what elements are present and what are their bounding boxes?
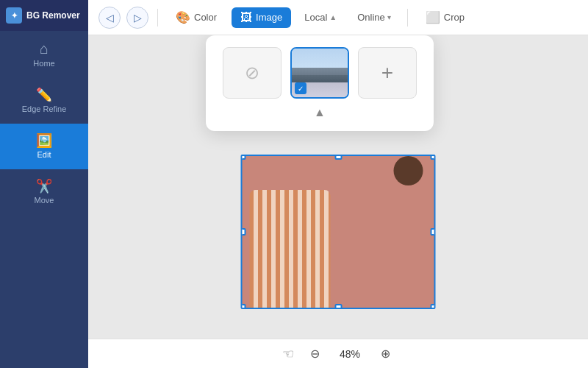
online-arrow-icon: ▾ bbox=[387, 13, 391, 21]
color-button[interactable]: 🎨 Color bbox=[167, 7, 226, 28]
canvas-image-container bbox=[241, 155, 436, 309]
person-dress bbox=[250, 190, 331, 308]
toolbar-divider-2 bbox=[407, 9, 408, 26]
sidebar-item-move[interactable]: ✂️ Move bbox=[0, 169, 88, 215]
edge-refine-icon: ✏️ bbox=[36, 88, 52, 102]
no-image-icon: ⊘ bbox=[245, 63, 259, 83]
gesture-icon: ☜ bbox=[282, 346, 294, 362]
zoom-value: 48% bbox=[335, 348, 365, 360]
app-title: BG Remover bbox=[26, 10, 80, 21]
forward-button[interactable]: ▷ bbox=[126, 7, 148, 29]
color-icon: 🎨 bbox=[176, 10, 190, 24]
zoom-out-button[interactable]: ⊖ bbox=[306, 345, 323, 363]
sidebar-move-label: Move bbox=[35, 196, 54, 205]
sidebar-item-edit[interactable]: 🖼️ Edit bbox=[0, 124, 88, 169]
handle-top-middle[interactable] bbox=[334, 155, 342, 160]
sidebar-header: ✦ BG Remover bbox=[0, 0, 88, 31]
handle-top-right[interactable] bbox=[431, 155, 436, 160]
thumbnail-2[interactable]: ✓ bbox=[290, 47, 349, 99]
handle-bottom-left[interactable] bbox=[241, 304, 246, 309]
status-bar: ☜ ⊖ 48% ⊕ bbox=[88, 339, 588, 368]
handle-middle-left[interactable] bbox=[241, 228, 246, 236]
handle-bottom-right[interactable] bbox=[431, 304, 436, 309]
handle-bottom-middle[interactable] bbox=[334, 304, 342, 309]
online-dropdown[interactable]: Online ▾ bbox=[350, 8, 398, 26]
online-label: Online bbox=[357, 12, 385, 23]
crop-label: Crop bbox=[444, 12, 465, 23]
move-icon: ✂️ bbox=[36, 180, 52, 193]
thumbnail-1[interactable]: ⊘ bbox=[223, 47, 282, 99]
sidebar-edge-refine-label: Edge Refine bbox=[22, 105, 67, 113]
image-button[interactable]: 🖼 Image bbox=[232, 7, 291, 28]
sidebar-edit-label: Edit bbox=[37, 150, 51, 159]
handle-top-left[interactable] bbox=[241, 155, 246, 160]
zoom-out-icon: ⊖ bbox=[310, 347, 320, 361]
sidebar-item-edge-refine[interactable]: ✏️ Edge Refine bbox=[0, 78, 88, 124]
toolbar-divider-1 bbox=[157, 9, 158, 26]
sidebar-item-home[interactable]: ⌂ Home bbox=[0, 31, 88, 78]
person-head bbox=[394, 156, 423, 185]
thumbnail-list: ⊘ ✓ + bbox=[223, 47, 417, 99]
forward-icon: ▷ bbox=[134, 12, 142, 24]
local-arrow-icon: ▲ bbox=[329, 13, 337, 21]
toolbar: ◁ ▷ 🎨 Color 🖼 Image Local ▲ Online ▾ ⬜ C… bbox=[88, 0, 588, 35]
image-icon: 🖼 bbox=[240, 11, 252, 24]
local-label: Local bbox=[304, 12, 327, 23]
main-area: ◁ ▷ 🎨 Color 🖼 Image Local ▲ Online ▾ ⬜ C… bbox=[88, 0, 588, 368]
image-label: Image bbox=[256, 12, 282, 23]
local-dropdown[interactable]: Local ▲ bbox=[297, 8, 344, 26]
edit-icon: 🖼️ bbox=[36, 134, 52, 147]
zoom-in-icon: ⊕ bbox=[381, 347, 390, 361]
handle-middle-right[interactable] bbox=[431, 228, 436, 236]
selected-checkmark: ✓ bbox=[295, 82, 306, 94]
crop-icon: ⬜ bbox=[426, 10, 440, 24]
app-logo: ✦ bbox=[6, 7, 22, 24]
image-popup: ⊘ ✓ + ▲ bbox=[206, 35, 434, 131]
color-label: Color bbox=[194, 12, 217, 23]
popup-collapse-icon[interactable]: ▲ bbox=[314, 106, 326, 119]
canvas-image bbox=[241, 155, 436, 309]
home-icon: ⌂ bbox=[40, 41, 49, 56]
sidebar-home-label: Home bbox=[33, 59, 54, 68]
zoom-in-button[interactable]: ⊕ bbox=[376, 345, 394, 363]
sidebar: ✦ BG Remover ⌂ Home ✏️ Edge Refine 🖼️ Ed… bbox=[0, 0, 88, 368]
canvas-area: ⊘ ✓ + ▲ bbox=[88, 35, 588, 339]
back-icon: ◁ bbox=[106, 12, 114, 24]
crop-button[interactable]: ⬜ Crop bbox=[417, 7, 473, 28]
add-icon: + bbox=[381, 61, 393, 85]
add-thumbnail-button[interactable]: + bbox=[358, 47, 417, 99]
back-button[interactable]: ◁ bbox=[98, 7, 121, 29]
